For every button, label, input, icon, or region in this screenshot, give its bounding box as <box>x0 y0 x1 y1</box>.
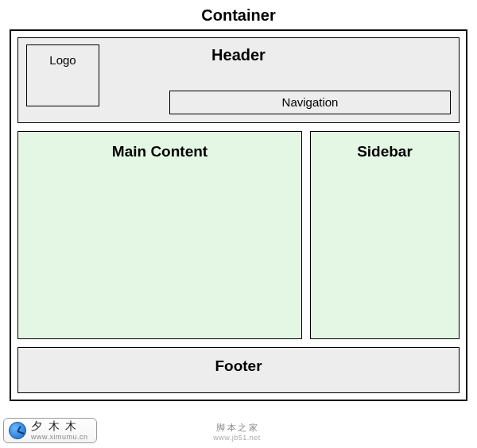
watermark-left-url: www.ximumu.cn <box>31 434 88 441</box>
footer-box: Footer <box>17 347 460 393</box>
navigation-box: Navigation <box>169 91 451 114</box>
main-content-box: Main Content <box>17 131 302 339</box>
watermarks: 夕 木 木 www.ximumu.cn 脚 本 之 家 www.jb51.net <box>3 415 471 443</box>
watermark-left: 夕 木 木 www.ximumu.cn <box>3 418 97 443</box>
watermark-left-name: 夕 木 木 <box>31 421 88 432</box>
watermark-center: 脚 本 之 家 www.jb51.net <box>213 422 261 442</box>
container-box: Logo Header Navigation Main Content Side… <box>10 29 467 401</box>
logo-box: Logo <box>26 44 99 106</box>
page-title: Container <box>0 0 477 29</box>
watermark-center-name: 脚 本 之 家 <box>213 422 261 434</box>
watermark-center-url: www.jb51.net <box>213 434 261 442</box>
clock-icon <box>9 422 26 439</box>
header-box: Logo Header Navigation <box>17 37 460 123</box>
main-row: Main Content Sidebar <box>17 131 460 339</box>
sidebar-box: Sidebar <box>310 131 460 339</box>
